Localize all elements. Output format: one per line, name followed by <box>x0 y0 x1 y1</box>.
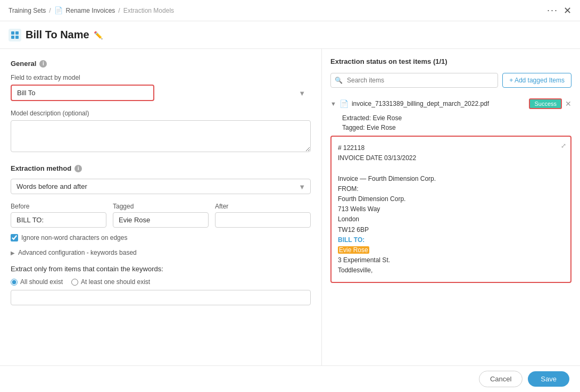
extracted-label: Extracted: <box>342 114 371 122</box>
keywords-input[interactable] <box>11 290 311 305</box>
file-name: invoice_71331389_billing_dept_march_2022… <box>352 100 526 107</box>
tagged-value: Evie Rose <box>367 124 396 131</box>
doc-line-12: Toddlesville, <box>338 265 564 276</box>
field-extract-wrapper: Bill To Bill To Name Invoice Date Invoic… <box>11 85 311 101</box>
doc-line-6: 713 Wells Way <box>338 204 564 214</box>
svg-rect-0 <box>11 31 14 35</box>
doc-line-3: Invoice — Fourth Dimension Corp. <box>338 174 564 184</box>
extraction-section-title: Extraction method i <box>11 164 311 172</box>
evie-rose-highlight: Evie Rose <box>338 246 369 254</box>
search-icon: 🔍 <box>335 77 343 84</box>
search-input[interactable] <box>330 73 498 88</box>
advanced-config-row[interactable]: ▶ Advanced configuration - keywords base… <box>11 249 311 256</box>
breadcrumb: Training Sets / 📄 Rename Invoices / Extr… <box>9 6 174 14</box>
field-extract-arrow-icon: ▼ <box>299 89 305 97</box>
breadcrumb-rename-invoices[interactable]: Rename Invoices <box>66 7 115 14</box>
breadcrumb-sep1: / <box>49 7 51 14</box>
before-col: Before <box>11 203 106 228</box>
add-tagged-button[interactable]: + Add tagged Items <box>502 73 571 88</box>
doc-line-1: # 122118 <box>338 143 564 153</box>
extraction-info-icon[interactable]: i <box>74 165 82 172</box>
ignore-nonword-label: Ignore non-word characters on edges <box>21 234 127 241</box>
doc-line-10: Evie Rose <box>338 245 564 255</box>
doc-line-4: FROM: <box>338 184 564 194</box>
tagged-label: Tagged: <box>342 124 365 131</box>
radio-row: All should exist At least one should exi… <box>11 278 311 286</box>
tagged-input[interactable] <box>113 212 209 228</box>
close-file-button[interactable]: ✕ <box>565 99 571 108</box>
top-nav-actions: ··· ✕ <box>547 5 571 16</box>
radio-one-input[interactable] <box>71 279 78 286</box>
model-desc-input[interactable] <box>11 120 311 152</box>
svg-rect-3 <box>15 36 19 39</box>
general-info-icon[interactable]: i <box>39 60 47 68</box>
doc-line-2: INVOICE DATE 03/13/2022 <box>338 153 564 163</box>
title-icon <box>9 29 21 41</box>
doc-line-9: BILL TO: <box>338 235 564 245</box>
file-chevron-icon[interactable]: ▼ <box>330 101 336 107</box>
chevron-right-icon: ▶ <box>11 250 15 256</box>
extracted-info: Extracted: Evie Rose <box>342 114 571 122</box>
file-row: ▼ 📄 invoice_71331389_billing_dept_march_… <box>330 95 571 112</box>
ignore-nonword-checkbox[interactable] <box>11 234 18 241</box>
breadcrumb-training-sets[interactable]: Training Sets <box>9 7 46 14</box>
radio-one-option[interactable]: At least one should exist <box>71 278 150 286</box>
extraction-method-wrapper: Words before and after Regular expressio… <box>11 179 311 194</box>
radio-all-option[interactable]: All should exist <box>11 278 63 286</box>
pdf-icon: 📄 <box>339 99 349 108</box>
doc-line-blank1 <box>338 163 564 173</box>
field-extract-label: Field to extract by model <box>11 74 311 81</box>
save-button[interactable]: Save <box>528 371 569 387</box>
more-options-button[interactable]: ··· <box>547 5 558 16</box>
svg-rect-2 <box>11 36 14 39</box>
radio-all-label: All should exist <box>20 278 63 286</box>
general-label: General <box>11 60 36 68</box>
extraction-status-title: Extraction status on test items (1/1) <box>330 57 571 65</box>
extraction-method-select[interactable]: Words before and after Regular expressio… <box>11 179 311 194</box>
close-button[interactable]: ✕ <box>564 5 571 16</box>
breadcrumb-doc-icon: 📄 <box>54 6 63 14</box>
advanced-config-label: Advanced configuration - keywords based <box>18 249 137 256</box>
main-layout: General i Field to extract by model Bill… <box>0 49 580 365</box>
cancel-button[interactable]: Cancel <box>479 371 523 387</box>
left-panel: General i Field to extract by model Bill… <box>0 49 322 365</box>
bill-to-highlight: BILL TO: <box>338 236 364 244</box>
doc-line-5: Fourth Dimension Corp. <box>338 194 564 204</box>
success-badge: Success <box>529 98 562 109</box>
footer: Cancel Save <box>0 365 580 392</box>
after-input[interactable] <box>215 212 311 228</box>
tagged-info: Tagged: Evie Rose <box>342 124 571 131</box>
doc-line-8: TW12 6BP <box>338 225 564 235</box>
keywords-title: Extract only from items that contain the… <box>11 265 311 273</box>
breadcrumb-extraction-models: Extraction Models <box>123 7 174 14</box>
bta-row: Before Tagged After <box>11 203 311 228</box>
general-section-title: General i <box>11 60 311 68</box>
svg-rect-1 <box>15 31 19 35</box>
before-input[interactable] <box>11 212 106 228</box>
tagged-col: Tagged <box>113 203 209 228</box>
extraction-label: Extraction method <box>11 164 71 172</box>
doc-preview: ⤢ # 122118 INVOICE DATE 03/13/2022 Invoi… <box>330 136 571 283</box>
extracted-value: Evie Rose <box>372 114 402 122</box>
radio-all-input[interactable] <box>11 279 18 286</box>
search-add-row: 🔍 + Add tagged Items <box>330 73 571 88</box>
field-extract-select[interactable]: Bill To Bill To Name Invoice Date Invoic… <box>11 85 154 101</box>
right-panel: Extraction status on test items (1/1) 🔍 … <box>322 49 580 365</box>
tagged-label: Tagged <box>113 203 209 210</box>
model-desc-label: Model description (optional) <box>11 110 311 117</box>
top-nav: Training Sets / 📄 Rename Invoices / Extr… <box>0 0 580 21</box>
radio-one-label: At least one should exist <box>81 278 150 286</box>
search-wrapper: 🔍 <box>330 73 498 88</box>
before-label: Before <box>11 203 106 210</box>
doc-line-11: 3 Experimental St. <box>338 255 564 265</box>
after-col: After <box>215 203 311 228</box>
page-title-bar: Bill To Name ✏️ <box>0 21 580 49</box>
page-title: Bill To Name <box>26 29 89 41</box>
after-label: After <box>215 203 311 210</box>
expand-icon[interactable]: ⤢ <box>561 141 566 151</box>
doc-line-7: London <box>338 214 564 224</box>
breadcrumb-sep2: / <box>118 7 120 14</box>
ignore-nonword-row: Ignore non-word characters on edges <box>11 234 311 241</box>
edit-icon[interactable]: ✏️ <box>94 31 103 39</box>
